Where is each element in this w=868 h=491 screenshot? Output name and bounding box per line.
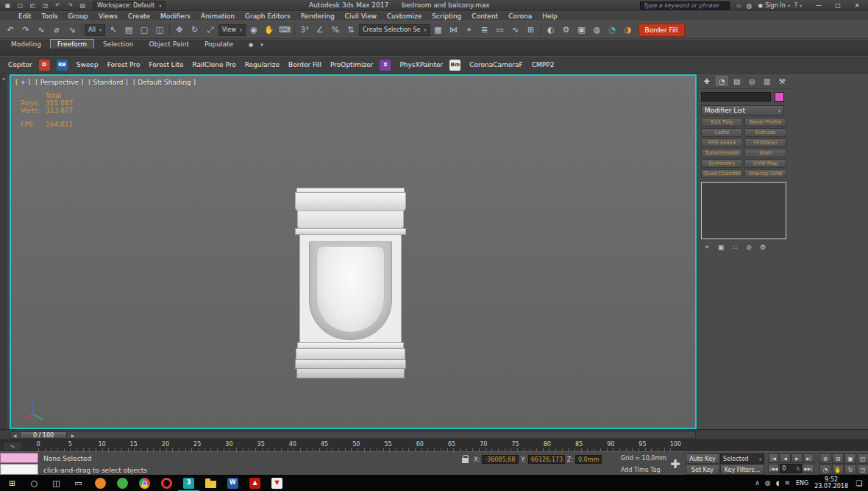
maximize-button[interactable]: □ xyxy=(828,0,847,11)
window-crossing-icon[interactable]: ◫ xyxy=(152,23,167,37)
snaps-toggle-icon[interactable]: 3³ xyxy=(297,23,312,37)
menu-item[interactable]: Customize xyxy=(382,13,427,20)
menu-item[interactable]: Help xyxy=(537,13,563,20)
menu-item[interactable]: Edit xyxy=(13,13,36,20)
selection-set-dropdown[interactable]: Selected ▾ xyxy=(720,453,764,464)
project-folder-icon[interactable]: ▤ xyxy=(77,1,88,10)
y-coordinate-field[interactable]: 66126,173 xyxy=(528,455,565,464)
menu-item[interactable]: Animation xyxy=(196,13,240,20)
opera-icon[interactable] xyxy=(161,478,172,489)
render-setup-icon[interactable]: ⚙ xyxy=(559,23,574,37)
modifier-set-button[interactable]: Extrude xyxy=(744,128,786,137)
app-button-icon[interactable]: ▣ xyxy=(2,1,13,10)
viewport-pov-menu[interactable]: [ Perspective ] xyxy=(35,79,83,86)
menu-item[interactable]: Create xyxy=(123,13,155,20)
undo-icon[interactable]: ↶ xyxy=(3,23,18,37)
select-and-rotate-icon[interactable]: ↻ xyxy=(188,23,202,37)
viewport-layout-tab-bar[interactable]: ◂ xyxy=(0,74,7,429)
save-file-icon[interactable]: ◳ xyxy=(40,1,51,10)
edit-named-sets-icon[interactable]: ▦ xyxy=(431,23,446,37)
modify-tab-icon[interactable]: ◔ xyxy=(716,76,728,86)
plus-gizmo-icon[interactable]: ✚ xyxy=(666,455,684,473)
prooptimizer-button[interactable]: ProOptimizer xyxy=(328,61,373,68)
zoom-extents-icon[interactable]: ▣ xyxy=(844,453,856,464)
material-editor-icon[interactable]: ◐ xyxy=(544,23,558,37)
pin-stack-icon[interactable]: ⌖ xyxy=(701,242,713,252)
show-end-result-icon[interactable]: ▣ xyxy=(715,242,727,252)
physxpainter-button[interactable]: PhysXPainter xyxy=(397,61,443,68)
modifier-list-dropdown[interactable]: Modifier List ▾ xyxy=(701,105,784,116)
menu-item[interactable]: Civil View xyxy=(340,13,382,20)
ribbon-tab[interactable]: Modeling xyxy=(4,40,48,49)
minimize-button[interactable]: — xyxy=(809,0,828,11)
ribbon-minimize-icon[interactable]: ▾ xyxy=(257,41,266,49)
layer-manager-icon[interactable]: ≣ xyxy=(477,23,492,37)
viewport-visual-style-menu[interactable]: [ Standard ] xyxy=(88,79,128,86)
copitor-button[interactable]: Copitor xyxy=(6,61,32,68)
render-production-icon[interactable]: ◍ xyxy=(590,23,605,37)
bind-to-space-warp-icon[interactable]: ⇘ xyxy=(65,23,79,37)
previous-frame-button[interactable]: ◀ xyxy=(780,453,791,463)
reference-coordinate-dropdown[interactable]: View ▾ xyxy=(218,24,246,36)
keyboard-shortcut-override-icon[interactable]: ⌨ xyxy=(277,23,292,37)
previous-key-button[interactable]: |◀◀ xyxy=(768,464,779,473)
new-scene-icon[interactable]: ▢ xyxy=(15,1,26,10)
perspective-viewport[interactable]: [ + ] [ Perspective ] [ Standard ] [ Def… xyxy=(10,74,697,429)
menu-item[interactable]: Corona xyxy=(503,13,537,20)
orbit-icon[interactable]: ↻ xyxy=(844,464,856,475)
word-icon[interactable]: W xyxy=(227,478,238,489)
workspace-dropdown[interactable]: Workspace: Default ▾ xyxy=(93,1,166,10)
tray-volume-icon[interactable]: ◖ xyxy=(776,479,780,487)
menu-item[interactable]: Rendering xyxy=(296,13,340,20)
z-coordinate-field[interactable]: 0,0mm xyxy=(575,455,602,464)
spinner-icon[interactable]: ⇅ xyxy=(796,466,800,471)
schematic-view-icon[interactable]: ⊞ xyxy=(524,23,538,37)
display-tab-icon[interactable]: ▥ xyxy=(761,76,772,86)
mirror-icon[interactable]: ⋈ xyxy=(447,23,461,37)
border-fill-plugin-button[interactable]: Border Fill xyxy=(286,61,321,68)
maximize-viewport-toggle-icon[interactable]: ◲ xyxy=(857,464,868,475)
field-of-view-icon[interactable]: ◔ xyxy=(819,464,831,475)
tray-expand-icon[interactable]: ∧ xyxy=(755,479,760,487)
modifier-set-button[interactable]: FFD(box) xyxy=(744,138,786,147)
ribbon-tab[interactable]: Selection xyxy=(96,40,140,49)
align-icon[interactable]: ⌖ xyxy=(462,23,477,37)
modifier-set-button[interactable]: Shell xyxy=(744,149,786,158)
ribbon-tab[interactable]: Populate xyxy=(198,40,240,49)
open-file-icon[interactable]: ◰ xyxy=(27,1,38,10)
ribbon-tab[interactable]: Freeform xyxy=(50,39,94,49)
3ds-max-icon[interactable]: 3 xyxy=(183,478,194,489)
modifier-set-button[interactable]: Bevel Profile xyxy=(744,118,786,127)
set-key-button[interactable]: Set Key xyxy=(686,464,719,475)
time-slider-handle[interactable]: 0 / 100 xyxy=(20,431,67,439)
motion-tab-icon[interactable]: ◎ xyxy=(747,76,758,86)
play-animation-button[interactable]: ▶ xyxy=(791,453,803,463)
go-to-start-button[interactable]: |◀ xyxy=(768,453,779,463)
percent-snap-icon[interactable]: % xyxy=(328,23,343,37)
notification-bell-icon[interactable]: ◍ xyxy=(744,1,753,10)
make-unique-icon[interactable]: ∷ xyxy=(729,242,741,252)
favorites-star-icon[interactable]: ☆ xyxy=(734,1,743,10)
orange-app-icon[interactable] xyxy=(95,478,106,489)
sweep-button[interactable]: Sweep xyxy=(74,61,99,68)
tray-network-icon[interactable]: ≋ xyxy=(784,479,790,487)
named-selection-sets-dropdown[interactable]: Create Selection Se ▾ xyxy=(359,24,430,36)
ribbon-tab[interactable]: Object Paint xyxy=(143,40,196,49)
configure-modifier-sets-icon[interactable]: ⚙ xyxy=(757,242,769,252)
border-fill-toolbar-button[interactable]: Border Fill xyxy=(638,24,685,37)
search-input[interactable] xyxy=(643,2,727,9)
menu-item[interactable]: Modifiers xyxy=(155,13,196,20)
go-to-end-button[interactable]: ▶| xyxy=(803,453,814,463)
modifier-set-button[interactable]: Symmetry xyxy=(701,159,743,168)
modifier-set-button[interactable]: TurboSmooth xyxy=(701,149,743,158)
time-slider-right-arrow[interactable]: ▶ xyxy=(69,432,77,439)
angle-snap-icon[interactable]: ∠ xyxy=(313,23,327,37)
corona-toolbar-icon-b[interactable]: ◑ xyxy=(621,23,636,37)
mini-curve-editor-button[interactable]: ∿ xyxy=(3,442,22,451)
selection-filter-dropdown[interactable]: All ▾ xyxy=(85,24,105,36)
modifier-set-button[interactable]: FFD 4x4x4 xyxy=(701,138,743,147)
bm-plugin-icon[interactable]: Bm xyxy=(449,60,460,71)
regularize-button[interactable]: Regularize xyxy=(243,61,280,68)
select-and-manipulate-icon[interactable]: ✋ xyxy=(262,23,277,37)
maxscript-mini-listener-macro[interactable] xyxy=(0,453,38,463)
